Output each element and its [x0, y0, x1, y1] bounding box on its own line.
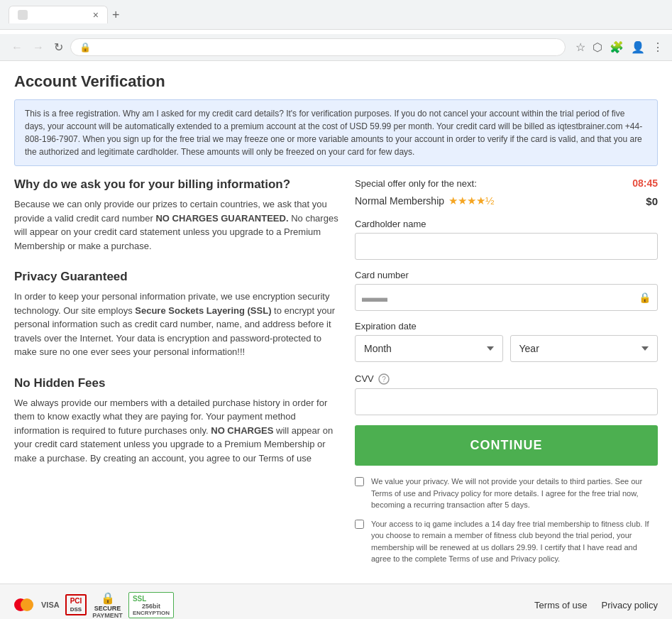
- svg-text:?: ?: [382, 376, 386, 383]
- billing-section-title: Why do we ask you for your billing infor…: [14, 177, 341, 192]
- offer-timer: 08:45: [632, 177, 658, 189]
- tab-favicon: [18, 10, 28, 20]
- privacy-section-title: Privacy Guaranteed: [14, 270, 341, 284]
- mc-circle-orange: [21, 598, 33, 611]
- continue-button[interactable]: CONTINUE: [355, 425, 658, 466]
- main-layout: Why do we ask you for your billing infor…: [14, 177, 658, 572]
- checkbox2[interactable]: [355, 520, 364, 529]
- membership-label: Normal Membership ★★★★½: [355, 195, 495, 207]
- visa-badge: VISA: [41, 601, 60, 609]
- expiration-label: Expiration date: [355, 321, 658, 332]
- payment-form: Special offer only for the next: 08:45 N…: [355, 177, 658, 572]
- checkbox2-row: Your access to iq game includes a 14 day…: [355, 518, 658, 565]
- privacy-section: Privacy Guaranteed In order to keep your…: [14, 270, 341, 359]
- extension-icon[interactable]: ⬡: [593, 40, 602, 54]
- menu-icon[interactable]: ⋮: [652, 40, 663, 54]
- star-icon[interactable]: ☆: [575, 40, 585, 54]
- puzzle-icon[interactable]: 🧩: [610, 40, 624, 54]
- secure-payment-badge: 🔒 SECURE PAYMENT: [92, 591, 123, 619]
- credit-card-icon: ▬▬: [362, 290, 387, 305]
- footer-trust: VISA PCIDSS 🔒 SECURE PAYMENT SSL 256bit …: [0, 584, 672, 619]
- cvv-help-icon[interactable]: ?: [378, 372, 390, 385]
- checkbox1-row: We value your privacy. We will not provi…: [355, 476, 658, 511]
- membership-name: Normal Membership: [355, 195, 444, 207]
- footer-links: Terms of use Privacy policy: [534, 600, 658, 610]
- cardholder-input[interactable]: [355, 233, 658, 260]
- checkbox1[interactable]: [355, 477, 364, 486]
- new-tab-button[interactable]: +: [112, 9, 120, 21]
- ssl-text: Secure Sockets Layering (SSL): [135, 305, 271, 316]
- cvv-label: CVV: [355, 373, 374, 384]
- trust-badges: VISA PCIDSS 🔒 SECURE PAYMENT SSL 256bit …: [14, 591, 174, 619]
- membership-row: Normal Membership ★★★★½ $0: [355, 195, 658, 207]
- privacy-link[interactable]: Privacy policy: [602, 600, 658, 610]
- cvv-label-row: CVV ?: [355, 372, 658, 385]
- card-number-input[interactable]: [355, 284, 658, 311]
- browser-tab[interactable]: ×: [9, 6, 108, 23]
- profile-icon[interactable]: 👤: [631, 40, 645, 54]
- month-select[interactable]: Month 01 02 03 04 05 06 07 08 09 10 11 1…: [355, 335, 503, 362]
- page-title: Account Verification: [14, 72, 658, 91]
- lock-icon: 🔒: [79, 42, 91, 53]
- card-number-wrapper: ▬▬ 🔒: [355, 284, 658, 311]
- no-fees-section: No Hidden Fees We always provide our mem…: [14, 376, 341, 466]
- offer-label: Special offer only for the next:: [355, 178, 477, 189]
- card-number-label: Card number: [355, 270, 658, 280]
- checkbox1-text: We value your privacy. We will not provi…: [371, 476, 658, 511]
- card-lock-icon: 🔒: [639, 292, 651, 303]
- cardholder-label: Cardholder name: [355, 219, 658, 229]
- nav-forward-button[interactable]: →: [30, 40, 47, 55]
- browser-icons: ☆ ⬡ 🧩 👤 ⋮: [575, 40, 663, 54]
- pci-badge: PCIDSS: [65, 594, 87, 615]
- browser-chrome: × +: [0, 0, 672, 30]
- billing-section: Why do we ask you for your billing infor…: [14, 177, 341, 253]
- cvv-input[interactable]: [355, 388, 658, 415]
- privacy-section-text: In order to keep your personal informati…: [14, 290, 341, 359]
- page-content: Account Verification This is a free regi…: [0, 61, 672, 584]
- nav-back-button[interactable]: ←: [9, 40, 26, 55]
- offer-row: Special offer only for the next: 08:45: [355, 177, 658, 189]
- info-banner: This is a free registration. Why am I as…: [14, 99, 658, 166]
- no-fees-title: No Hidden Fees: [14, 376, 341, 390]
- nav-refresh-button[interactable]: ↻: [51, 39, 66, 55]
- no-charges-text: NO CHARGES GUARANTEED.: [155, 213, 288, 224]
- terms-link[interactable]: Terms of use: [534, 600, 587, 610]
- membership-price: $0: [646, 195, 658, 207]
- checkbox2-text: Your access to iq game includes a 14 day…: [371, 518, 658, 565]
- year-select[interactable]: Year 2024 2025 2026 2027 2028 2029 2030: [510, 335, 659, 362]
- expiry-row: Month 01 02 03 04 05 06 07 08 09 10 11 1…: [355, 335, 658, 362]
- left-column: Why do we ask you for your billing infor…: [14, 177, 341, 572]
- address-bar[interactable]: 🔒: [70, 38, 566, 56]
- no-charges-bold: NO CHARGES: [211, 425, 273, 436]
- tab-close-button[interactable]: ×: [93, 9, 99, 21]
- no-fees-text: We always provide our members with a det…: [14, 396, 341, 466]
- billing-section-text: Because we can only provide our prizes t…: [14, 197, 341, 253]
- mastercard-badge: [14, 598, 35, 612]
- membership-stars: ★★★★½: [448, 195, 495, 207]
- ssl-badge: SSL 256bit ENCRYPTION: [128, 592, 174, 618]
